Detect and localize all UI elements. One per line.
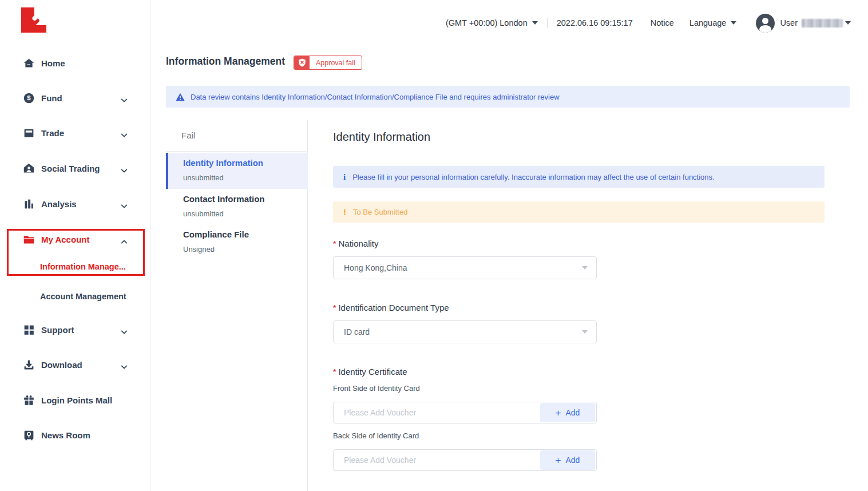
sidebar-item-label: Download	[41, 360, 82, 370]
sidebar-item-download[interactable]: Download	[0, 356, 150, 373]
chevron-down-icon	[121, 327, 128, 336]
chevron-down-icon	[121, 201, 128, 211]
identity-certificate-label-text: Identity Certificate	[338, 367, 407, 377]
timezone-selector[interactable]: (GMT +00:00) London	[446, 18, 538, 27]
plus-icon: +	[556, 456, 561, 465]
sidebar-subitem-label: Account Management	[40, 292, 126, 301]
chevron-up-icon	[121, 236, 128, 246]
notice-label: Notice	[651, 18, 674, 27]
doc-type-value: ID card	[344, 327, 582, 336]
doc-type-label: *Identification Document Type	[333, 303, 449, 312]
gift-icon	[23, 394, 35, 406]
sidebar-item-label: Support	[41, 325, 74, 335]
front-side-add-button[interactable]: + Add	[540, 403, 595, 422]
topbar-divider	[547, 18, 548, 28]
analysis-icon	[23, 198, 35, 210]
topbar: (GMT +00:00) London 2022.06.16 09:15:17 …	[150, 0, 868, 46]
review-banner: Data review contains Identity Informatio…	[166, 86, 850, 108]
sidebar-item-label: Social Trading	[41, 164, 100, 173]
sidebar-item-label: News Room	[41, 430, 90, 440]
sidebar-item-trade[interactable]: Trade	[0, 124, 150, 141]
subnav-item-status: unsubmitted	[183, 209, 224, 218]
required-asterisk: *	[333, 239, 336, 248]
caret-down-icon	[532, 21, 538, 25]
sidebar-item-label: Analysis	[41, 199, 77, 209]
subnav-item-status: unsubmitted	[183, 173, 224, 182]
sidebar-item-fund[interactable]: $ Fund	[0, 89, 150, 106]
info-icon: i	[343, 172, 346, 182]
subnav-item-contact-information[interactable]: Contact Information unsubmitted	[166, 189, 308, 225]
approval-status-badge: Approval fail	[294, 56, 362, 70]
nationality-select[interactable]: Hong Kong,China	[333, 256, 597, 279]
subnav-item-identity-information[interactable]: Identity Information unsubmitted	[166, 153, 308, 189]
section-heading: Identity Information	[333, 130, 430, 144]
sidebar-item-analysis[interactable]: Analysis	[0, 195, 150, 212]
sidebar-item-my-account[interactable]: My Account	[0, 231, 150, 248]
notice-button[interactable]: Notice	[651, 18, 674, 27]
download-icon	[23, 359, 35, 371]
datetime-text: 2022.06.16 09:15:17	[557, 18, 633, 27]
caret-down-icon	[582, 330, 588, 334]
exclamation-icon: !	[343, 207, 346, 217]
sidebar-item-label: My Account	[41, 235, 89, 244]
to-be-submitted-banner: ! To Be Submitted	[333, 201, 825, 223]
subnav-item-compliance-file[interactable]: Compliance File Unsigned	[166, 224, 308, 260]
sidebar-subitem-label: Information Manage...	[40, 262, 126, 271]
sidebar-item-label: Fund	[41, 93, 62, 103]
sidebar-item-login-points-mall[interactable]: Login Points Mall	[0, 391, 150, 409]
subnav-item-label: Compliance File	[183, 229, 249, 239]
doc-type-select[interactable]: ID card	[333, 320, 597, 343]
caret-down-icon	[731, 21, 736, 25]
required-asterisk: *	[333, 303, 336, 312]
home-icon	[23, 57, 35, 69]
caret-down-icon	[582, 266, 588, 270]
folder-icon	[23, 233, 35, 246]
front-side-label: Front Side of Identity Card	[333, 384, 420, 393]
language-selector[interactable]: Language	[689, 18, 737, 27]
trade-icon	[23, 127, 35, 139]
identity-certificate-label: *Identity Certificate	[333, 367, 407, 377]
support-icon	[23, 324, 35, 336]
page-title: Information Management	[166, 56, 285, 68]
avatar-head-shape	[762, 18, 768, 24]
chevron-down-icon	[121, 95, 128, 105]
user-id-redacted	[802, 19, 843, 27]
caret-down-icon	[845, 21, 851, 25]
sidebar-item-support[interactable]: Support	[0, 321, 150, 338]
language-label: Language	[689, 18, 727, 27]
sidebar-item-news-room[interactable]: News Room	[0, 426, 150, 444]
back-side-voucher-input[interactable]	[334, 456, 540, 465]
news-room-icon	[23, 429, 35, 441]
info-note-text: Please fill in your personal information…	[352, 173, 715, 181]
nationality-value: Hong Kong,China	[344, 263, 582, 272]
user-menu[interactable]: User	[756, 14, 851, 33]
back-side-add-button[interactable]: + Add	[540, 450, 595, 470]
subnav-item-label: Identity Information	[183, 158, 263, 168]
review-subnav: Fail Identity Information unsubmitted Co…	[166, 120, 308, 491]
user-label: User	[780, 18, 798, 27]
subnav-item-label: Contact Information	[183, 194, 265, 204]
sidebar-item-label: Trade	[41, 128, 64, 138]
avatar-body-shape	[759, 25, 771, 33]
approval-status-text: Approval fail	[310, 56, 362, 69]
sidebar-item-label: Login Points Mall	[41, 395, 112, 405]
svg-text:$: $	[27, 94, 31, 101]
front-side-voucher-input[interactable]	[334, 408, 540, 417]
nationality-label-text: Nationality	[338, 239, 378, 248]
info-note-banner: i Please fill in your personal informati…	[333, 166, 825, 188]
timezone-label: (GMT +00:00) London	[446, 18, 528, 27]
sidebar-item-social-trading[interactable]: Social Trading	[0, 160, 150, 177]
add-button-label: Add	[566, 408, 580, 417]
nationality-label: *Nationality	[333, 239, 379, 248]
warning-triangle-icon	[176, 93, 185, 101]
sidebar-subitem-account-management[interactable]: Account Management	[40, 290, 126, 303]
doc-type-label-text: Identification Document Type	[338, 303, 449, 312]
back-side-label: Back Side of Identity Card	[333, 431, 419, 440]
sidebar-item-home[interactable]: Home	[0, 54, 150, 72]
brand-logo[interactable]	[21, 7, 46, 33]
sidebar-item-label: Home	[41, 58, 65, 68]
social-trading-icon	[23, 163, 35, 175]
sidebar-subitem-information-management[interactable]: Information Manage...	[40, 260, 126, 273]
review-banner-text: Data review contains Identity Informatio…	[191, 93, 560, 101]
app-root: Home $ Fund Trade Social Trading	[0, 0, 868, 491]
